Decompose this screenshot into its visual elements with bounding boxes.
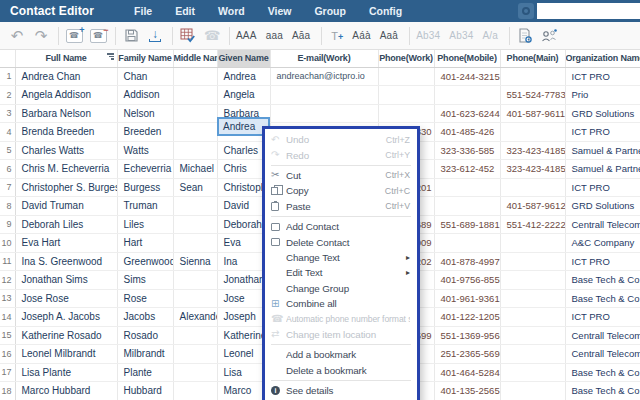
- menu-item-copy[interactable]: CopyCtrl+C: [265, 183, 417, 198]
- cell-phone-mobile[interactable]: 401-244-3215: [434, 67, 500, 86]
- cell-phone-mobile[interactable]: 251-2365-5698: [434, 345, 500, 364]
- menu-item-delete-contact[interactable]: Delete Contact: [265, 234, 417, 249]
- add-contact-button[interactable]: ☎+: [65, 25, 83, 47]
- doc-settings-button[interactable]: [516, 25, 534, 47]
- cell-middle-name[interactable]: [173, 86, 217, 105]
- remove-contact-button[interactable]: ☎−: [89, 25, 107, 47]
- text-add-button[interactable]: T+: [328, 25, 346, 47]
- header-middle-name[interactable]: Middle Name: [173, 50, 217, 67]
- cell-organization[interactable]: GRD Solutions: [565, 197, 640, 216]
- row-number[interactable]: 6: [0, 160, 15, 179]
- cell-family-name[interactable]: Rosado: [117, 326, 173, 345]
- cell-full-name[interactable]: Chris M. Echeverria: [15, 160, 117, 179]
- header-full-name[interactable]: Full Name: [15, 50, 117, 67]
- cell-family-name[interactable]: Addison: [117, 86, 173, 105]
- accent-button-2[interactable]: Aaâ: [380, 30, 398, 41]
- import-button[interactable]: ↓: [146, 25, 164, 47]
- cell-phone-main[interactable]: [500, 123, 565, 142]
- cell-middle-name[interactable]: Michael: [173, 160, 217, 179]
- cell-phone-mobile[interactable]: 401-9756-8555: [434, 271, 500, 290]
- cell-given-name[interactable]: Angela: [217, 86, 270, 105]
- menu-item-undo[interactable]: ↶UndoCtrl+Z: [265, 132, 417, 147]
- undo-button[interactable]: ↶: [8, 25, 26, 47]
- menu-item-change-item-location[interactable]: ⇄Change item location: [265, 327, 417, 342]
- cell-middle-name[interactable]: [173, 271, 217, 290]
- menu-item-paste[interactable]: PasteCtrl+V: [265, 199, 417, 214]
- menu-file[interactable]: File: [134, 5, 152, 17]
- cell-middle-name[interactable]: [173, 289, 217, 308]
- cell-middle-name[interactable]: [173, 215, 217, 234]
- cell-phone-mobile[interactable]: [434, 234, 500, 253]
- cell-organization[interactable]: Prio: [565, 86, 640, 105]
- cell-full-name[interactable]: Marco Hubbard: [15, 382, 117, 400]
- search-input[interactable]: [537, 3, 640, 19]
- cell-middle-name[interactable]: [173, 382, 217, 400]
- cell-phone-main[interactable]: [500, 363, 565, 382]
- cell-organization[interactable]: Base Tech & Co.: [565, 289, 640, 308]
- cell-full-name[interactable]: Christopher S. Burgess: [15, 178, 117, 197]
- row-number[interactable]: 18: [0, 382, 15, 400]
- cell-organization[interactable]: Samuel & Partners: [565, 141, 640, 160]
- menu-item-change-group[interactable]: Change Group: [265, 281, 417, 296]
- cell-phone-main[interactable]: [500, 326, 565, 345]
- menu-item-edit-text[interactable]: Edit Text▸: [265, 265, 417, 280]
- sort-icon[interactable]: [107, 53, 114, 60]
- header-phone-mobile[interactable]: Phone(Mobile): [434, 50, 500, 67]
- menu-item-redo[interactable]: ↷RedoCtrl+Y: [265, 147, 417, 162]
- apply-table-button[interactable]: [179, 25, 197, 47]
- cell-phone-work[interactable]: [378, 86, 434, 105]
- cell-family-name[interactable]: Jacobs: [117, 308, 173, 327]
- cell-full-name[interactable]: Joseph A. Jacobs: [15, 308, 117, 327]
- cell-phone-main[interactable]: [500, 382, 565, 400]
- cell-full-name[interactable]: Lisa Plante: [15, 363, 117, 382]
- row-number[interactable]: 1: [0, 67, 15, 86]
- cell-phone-mobile[interactable]: 323-336-585: [434, 141, 500, 160]
- menu-item-add-a-bookmark[interactable]: Add a bookmark: [265, 347, 417, 362]
- cell-family-name[interactable]: Echeverria: [117, 160, 173, 179]
- row-number[interactable]: 4: [0, 123, 15, 142]
- row-number[interactable]: 13: [0, 289, 15, 308]
- cell-family-name[interactable]: Milbrandt: [117, 345, 173, 364]
- share-contacts-button[interactable]: [540, 25, 558, 47]
- cell-phone-main[interactable]: [500, 271, 565, 290]
- cell-phone-main[interactable]: [500, 234, 565, 253]
- menu-view[interactable]: View: [268, 5, 292, 17]
- header-phone-main[interactable]: Phone(Main): [500, 50, 565, 67]
- cell-family-name[interactable]: Sims: [117, 271, 173, 290]
- row-number[interactable]: 16: [0, 345, 15, 364]
- cell-organization[interactable]: ICT PRO: [565, 308, 640, 327]
- ab34-button-2[interactable]: Ab34: [449, 30, 473, 41]
- menu-group[interactable]: Group: [314, 5, 346, 17]
- lowercase-button[interactable]: aaa: [266, 30, 283, 41]
- cell-phone-mobile[interactable]: [434, 178, 500, 197]
- menu-item-add-contact[interactable]: Add Contact: [265, 219, 417, 234]
- menu-item-see-details[interactable]: iSee details: [265, 383, 417, 398]
- header-organization[interactable]: Organization Name: [565, 50, 640, 67]
- ab34-button-1[interactable]: Ab34: [416, 30, 440, 41]
- cell-phone-main[interactable]: [500, 67, 565, 86]
- cell-phone-mobile[interactable]: 401-135-2565: [434, 382, 500, 400]
- menu-item-change-text[interactable]: Change Text▸: [265, 250, 417, 265]
- uppercase-button[interactable]: AAA: [236, 30, 257, 41]
- cell-given-name[interactable]: Andrea: [217, 67, 270, 86]
- cell-full-name[interactable]: Jonathan Sims: [15, 271, 117, 290]
- cell-full-name[interactable]: Angela Addison: [15, 86, 117, 105]
- cell-phone-mobile[interactable]: 401-485-426: [434, 123, 500, 142]
- header-family-name[interactable]: Family Name: [117, 50, 173, 67]
- cell-family-name[interactable]: Rose: [117, 289, 173, 308]
- cell-family-name[interactable]: Nelson: [117, 104, 173, 123]
- cell-middle-name[interactable]: [173, 345, 217, 364]
- cell-full-name[interactable]: Katherine Rosado: [15, 326, 117, 345]
- cell-family-name[interactable]: Hart: [117, 234, 173, 253]
- row-number[interactable]: 8: [0, 197, 15, 216]
- cell-organization[interactable]: Base Tech & Co.: [565, 363, 640, 382]
- cell-phone-work[interactable]: [378, 67, 434, 86]
- cell-phone-mobile[interactable]: 401-464-5284: [434, 363, 500, 382]
- cell-middle-name[interactable]: [173, 67, 217, 86]
- cell-phone-main[interactable]: 323-423-4185: [500, 141, 565, 160]
- menu-config[interactable]: Config: [369, 5, 402, 17]
- header-given-name[interactable]: Given Name: [217, 50, 270, 67]
- cell-phone-main[interactable]: 401-587-9611: [500, 104, 565, 123]
- cell-organization[interactable]: Centrall Telecom: [565, 326, 640, 345]
- cell-phone-main[interactable]: [500, 178, 565, 197]
